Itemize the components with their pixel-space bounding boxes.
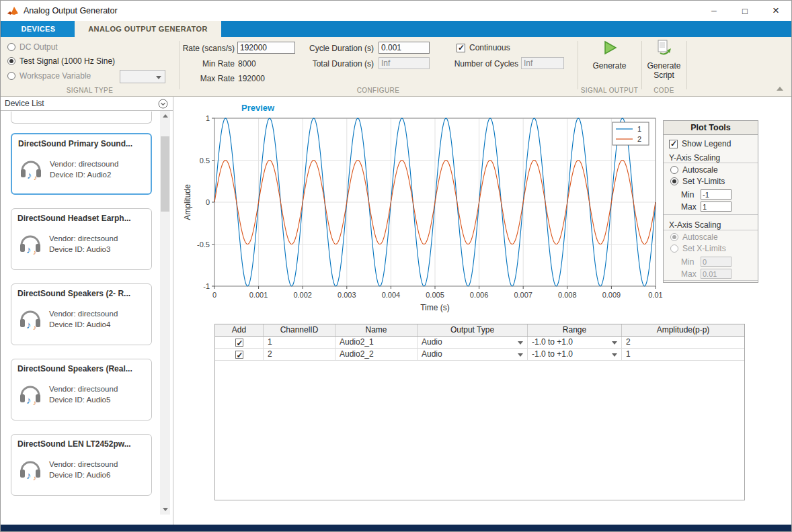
svg-text:0.009: 0.009 — [602, 291, 621, 299]
headphones-icon: ♪ ♪ — [17, 453, 44, 482]
radio-icon — [670, 233, 678, 241]
svg-text:0.5: 0.5 — [200, 157, 210, 165]
cycle-duration-input[interactable] — [379, 42, 430, 54]
radio-icon[interactable] — [670, 177, 678, 185]
x-set-limits-radio: Set X-Limits — [670, 244, 726, 253]
generate-button[interactable]: Generate — [578, 40, 641, 71]
y-min-input[interactable] — [701, 189, 731, 200]
svg-text:1: 1 — [637, 125, 641, 133]
checkbox-icon[interactable] — [235, 351, 243, 359]
x-autoscale-radio: Autoscale — [670, 232, 718, 242]
chevron-down-icon[interactable] — [518, 353, 523, 357]
radio-icon[interactable] — [670, 166, 678, 174]
amplitude-cell[interactable]: 1 — [622, 349, 744, 361]
col-header-name: Name — [335, 324, 418, 336]
generate-button-label: Generate — [592, 61, 626, 71]
svg-text:♪: ♪ — [27, 169, 32, 181]
svg-text:-1: -1 — [203, 282, 210, 290]
headphones-icon: ♪ ♪ — [17, 228, 44, 256]
device-card-title: DirectSound Headset Earph... — [17, 214, 131, 223]
close-button[interactable] — [760, 1, 791, 21]
svg-text:0.004: 0.004 — [382, 291, 401, 299]
section-label-signal-output: SIGNAL OUTPUT — [578, 87, 641, 94]
name-cell[interactable]: Audio2_1 — [335, 337, 418, 349]
app-window: Analog Output Generator DEVICES ANALOG O… — [0, 0, 792, 532]
test-signal-radio[interactable]: Test Signal (1000 Hz Sine) — [7, 56, 115, 66]
y-set-limits-label: Set Y-Limits — [682, 177, 725, 186]
device-card[interactable]: DirectSound Primary Sound... ♪ ♪ Vendor:… — [11, 133, 152, 195]
show-legend-checkbox[interactable]: Show Legend — [669, 139, 731, 148]
scrollbar-thumb[interactable] — [161, 136, 169, 212]
collapse-ribbon-icon[interactable] — [777, 87, 783, 91]
workspace-variable-label: Workspace Variable — [19, 71, 91, 81]
range-cell[interactable]: -1.0 to +1.0 — [528, 349, 622, 361]
tab-devices[interactable]: DEVICES — [2, 21, 75, 37]
x-axis-scaling-title: X-Axis Scaling — [669, 220, 721, 230]
workspace-variable-dropdown[interactable] — [120, 70, 165, 83]
chevron-down-icon[interactable] — [612, 353, 617, 357]
device-card-partial — [11, 112, 152, 124]
svg-text:0.007: 0.007 — [514, 291, 532, 299]
total-duration-input — [379, 57, 430, 69]
chevron-down-icon[interactable] — [518, 341, 523, 345]
device-card[interactable]: DirectSound Speakers (Real... ♪ ♪ Vendor… — [11, 359, 152, 420]
rate-input[interactable] — [237, 42, 295, 54]
device-card[interactable]: DirectSound Headset Earph... ♪ ♪ Vendor:… — [11, 208, 152, 270]
name-cell[interactable]: Audio2_2 — [335, 349, 418, 361]
y-axis-scaling-title: Y-Axis Scaling — [669, 153, 720, 163]
device-card[interactable]: DirectSound Speakers (2- R... ♪ ♪ Vendor… — [11, 283, 152, 345]
amplitude-cell[interactable]: 2 — [622, 337, 744, 349]
channelid-cell: 2 — [264, 349, 335, 361]
checkbox-icon[interactable] — [457, 44, 465, 52]
svg-text:2: 2 — [637, 135, 641, 143]
device-card-title: DirectSound Speakers (Real... — [17, 364, 132, 373]
title-bar: Analog Output Generator — [1, 1, 791, 21]
device-list-scrollbar[interactable] — [160, 111, 170, 515]
chevron-down-icon[interactable] — [612, 341, 617, 345]
generate-script-button[interactable]: GenerateScript — [641, 40, 686, 80]
maximize-button[interactable] — [729, 1, 760, 21]
x-set-limits-label: Set X-Limits — [682, 244, 726, 253]
svg-text:0: 0 — [212, 291, 216, 299]
device-vendor: Vendor: directsound — [50, 160, 118, 168]
workspace-variable-radio[interactable]: Workspace Variable — [7, 71, 91, 81]
minimize-button[interactable] — [699, 1, 729, 21]
checkbox-icon[interactable] — [235, 339, 243, 347]
x-min-input — [701, 257, 731, 267]
output-type-cell[interactable]: Audio — [418, 337, 528, 349]
radio-icon[interactable] — [7, 57, 15, 65]
script-icon — [656, 40, 672, 56]
range-cell[interactable]: -1.0 to +1.0 — [528, 337, 622, 349]
scroll-up-icon[interactable] — [160, 111, 170, 121]
svg-text:♪: ♪ — [33, 399, 36, 406]
play-icon — [602, 40, 618, 56]
generate-script-label: GenerateScript — [647, 61, 680, 80]
plot-tools-title: Plot Tools — [664, 121, 758, 135]
dc-output-radio[interactable]: DC Output — [7, 42, 58, 52]
collapse-panel-icon[interactable] — [158, 99, 168, 109]
radio-icon[interactable] — [7, 72, 15, 80]
continuous-checkbox[interactable]: Continuous — [457, 43, 510, 52]
svg-text:-0.5: -0.5 — [197, 240, 210, 249]
chevron-down-icon — [156, 76, 161, 79]
y-max-input[interactable] — [701, 202, 731, 212]
add-cell[interactable] — [215, 337, 264, 349]
device-card[interactable]: DirectSound LEN LT2452pw... ♪ ♪ Vendor: … — [11, 434, 152, 496]
y-set-limits-radio[interactable]: Set Y-Limits — [670, 177, 725, 186]
y-autoscale-label: Autoscale — [682, 165, 718, 175]
svg-text:0.003: 0.003 — [338, 291, 356, 299]
y-autoscale-radio[interactable]: Autoscale — [670, 165, 718, 175]
scroll-down-icon[interactable] — [160, 504, 170, 515]
device-vendor: Vendor: directsound — [49, 234, 118, 242]
add-cell[interactable] — [215, 349, 264, 361]
radio-icon[interactable] — [7, 43, 15, 51]
matlab-icon — [7, 6, 18, 15]
device-card-title: DirectSound LEN LT2452pw... — [17, 439, 131, 449]
number-of-cycles-input — [521, 57, 564, 69]
tab-analog-output-generator[interactable]: ANALOG OUTPUT GENERATOR — [75, 21, 221, 37]
radio-icon — [670, 245, 678, 253]
device-vendor: Vendor: directsound — [49, 460, 118, 468]
svg-text:Time (s): Time (s) — [420, 303, 450, 312]
checkbox-icon[interactable] — [669, 140, 678, 148]
output-type-cell[interactable]: Audio — [418, 349, 528, 361]
